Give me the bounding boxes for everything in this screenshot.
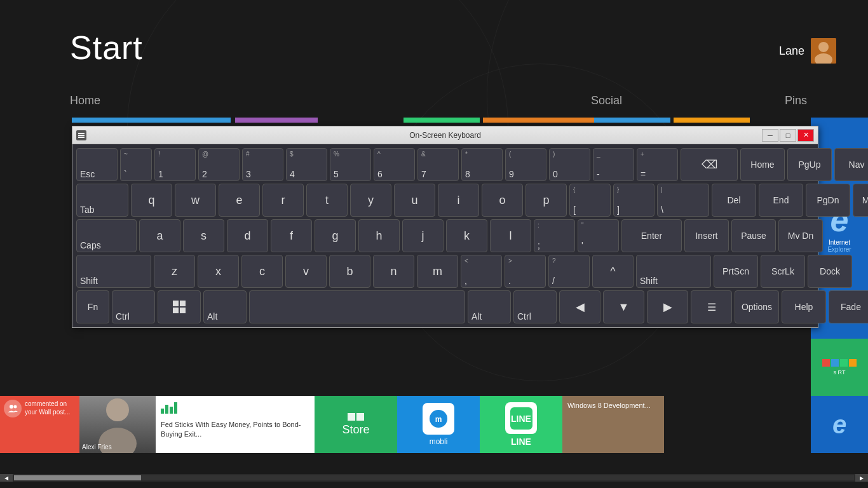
key-del[interactable]: Del [712,184,756,217]
store-tile[interactable]: Store [315,396,397,453]
key-lbracket[interactable]: {[ [569,184,611,217]
key-space[interactable] [249,290,465,323]
key-k[interactable]: k [446,219,487,252]
key-alt-right[interactable]: Alt [468,290,511,323]
scroll-left-button[interactable]: ◀ [0,474,13,482]
key-insert[interactable]: Insert [684,219,729,252]
key-ctrl-left[interactable]: Ctrl [112,290,155,323]
key-5[interactable]: %5 [330,148,371,181]
key-t[interactable]: t [306,184,348,217]
winrt-tile[interactable]: s RT [811,339,868,396]
key-l[interactable]: l [490,219,531,252]
key-pause[interactable]: Pause [731,219,776,252]
person-tile[interactable]: Alexi Fries [79,396,156,453]
key-comma[interactable]: <, [461,255,502,288]
key-mvdn[interactable]: Mv Dn [778,219,823,252]
key-1[interactable]: !1 [154,148,196,181]
key-backspace[interactable]: ⌫ [681,148,738,181]
key-menu[interactable]: ☰ [691,290,732,323]
key-c[interactable]: c [241,255,283,288]
key-j[interactable]: j [402,219,444,252]
key-semicolon[interactable]: :; [534,219,575,252]
key-rbracket[interactable]: }] [613,184,654,217]
key-g[interactable]: g [315,219,356,252]
win8-tile[interactable]: Windows 8 Development... [562,396,664,453]
key-help[interactable]: Help [782,290,826,323]
scrollbar-thumb[interactable] [14,475,141,480]
key-down-arrow[interactable]: ▼ [603,290,644,323]
key-z[interactable]: z [154,255,195,288]
line-tile[interactable]: LINE LINE [480,396,562,453]
key-esc[interactable]: Esc [76,148,118,181]
key-prtscn[interactable]: PrtScn [714,255,758,288]
key-minus[interactable]: _- [593,148,634,181]
key-6[interactable]: ^6 [374,148,415,181]
scrollbar-track[interactable] [14,475,854,480]
scrollbar: ◀ ▶ [0,474,868,482]
key-o[interactable]: o [482,184,523,217]
minimize-button[interactable]: ─ [762,129,778,142]
key-shift-left[interactable]: Shift [76,255,151,288]
key-a[interactable]: a [139,219,180,252]
key-8[interactable]: *8 [461,148,503,181]
key-left-arrow[interactable]: ◀ [559,290,600,323]
key-v[interactable]: v [285,255,327,288]
key-d[interactable]: d [227,219,268,252]
key-f[interactable]: f [271,219,312,252]
key-0[interactable]: )0 [549,148,590,181]
key-s[interactable]: s [183,219,224,252]
close-button[interactable]: ✕ [797,129,814,142]
scroll-right-button[interactable]: ▶ [855,474,868,482]
key-3[interactable]: #3 [242,148,283,181]
key-scrlk[interactable]: ScrLk [761,255,805,288]
avatar[interactable] [811,38,836,64]
key-u[interactable]: u [394,184,435,217]
key-mvup[interactable]: Mv Up [853,184,868,217]
user-info[interactable]: Lane [779,38,836,64]
key-i[interactable]: i [438,184,479,217]
key-pgdn[interactable]: PgDn [806,184,850,217]
key-shift-right[interactable]: Shift [636,255,711,288]
key-enter[interactable]: Enter [621,219,682,252]
key-fn[interactable]: Fn [76,290,109,323]
key-right-arrow[interactable]: ▶ [647,290,688,323]
key-alt-left[interactable]: Alt [203,290,247,323]
key-y[interactable]: y [350,184,391,217]
key-tilde[interactable]: ~` [120,148,152,181]
key-end[interactable]: End [759,184,803,217]
key-4[interactable]: $4 [286,148,327,181]
key-h[interactable]: h [358,219,400,252]
key-ctrl-right[interactable]: Ctrl [513,290,557,323]
key-period[interactable]: >. [505,255,546,288]
key-9[interactable]: (9 [505,148,546,181]
key-b[interactable]: b [329,255,370,288]
key-up-arrow[interactable]: ^ [592,255,634,288]
key-backslash[interactable]: |\ [657,184,709,217]
key-tab[interactable]: Tab [76,184,128,217]
key-fade[interactable]: Fade [829,290,868,323]
facebook-tile[interactable]: commented on your Wall post... [0,396,79,453]
key-q[interactable]: q [131,184,172,217]
key-2[interactable]: @2 [198,148,240,181]
key-caps[interactable]: Caps [76,219,137,252]
key-w[interactable]: w [175,184,216,217]
key-equals[interactable]: += [637,148,678,181]
key-slash[interactable]: ?/ [548,255,590,288]
mobli-tile[interactable]: m mobli [397,396,480,453]
key-quote[interactable]: "' [578,219,619,252]
key-p[interactable]: p [526,184,567,217]
key-dock[interactable]: Dock [808,255,852,288]
key-nav[interactable]: Nav [834,148,868,181]
key-x[interactable]: x [198,255,239,288]
key-7[interactable]: &7 [417,148,459,181]
key-home[interactable]: Home [740,148,785,181]
key-r[interactable]: r [262,184,304,217]
news-tile[interactable]: Fed Sticks With Easy Money, Points to Bo… [156,396,315,453]
key-win[interactable] [158,290,201,323]
key-pgup[interactable]: PgUp [787,148,832,181]
key-e[interactable]: e [219,184,260,217]
key-m[interactable]: m [417,255,458,288]
maximize-button[interactable]: □ [780,129,796,142]
key-options[interactable]: Options [735,290,779,323]
key-n[interactable]: n [373,255,414,288]
